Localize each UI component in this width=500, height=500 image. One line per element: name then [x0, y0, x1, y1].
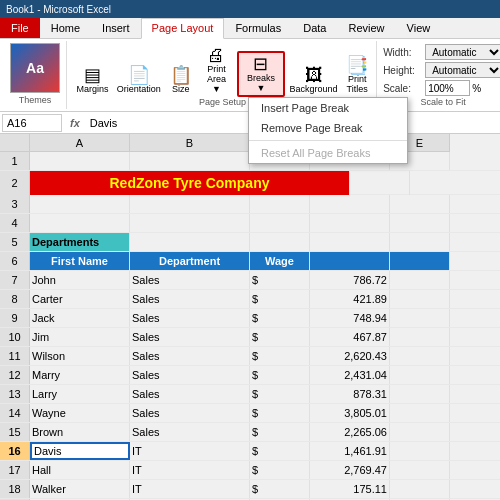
cell-a1[interactable]: [30, 152, 130, 170]
cell-b18[interactable]: IT: [130, 480, 250, 498]
cell-b1[interactable]: [130, 152, 250, 170]
cell-e3[interactable]: [390, 195, 450, 213]
cell-a6-header[interactable]: First Name: [30, 252, 130, 270]
cell-c16[interactable]: $: [250, 442, 310, 460]
tab-view[interactable]: View: [396, 18, 442, 38]
cell-a14[interactable]: Wayne: [30, 404, 130, 422]
cell-e4[interactable]: [390, 214, 450, 232]
cell-c6-header[interactable]: Wage: [250, 252, 310, 270]
cell-c3[interactable]: [250, 195, 310, 213]
print-area-button[interactable]: 🖨 PrintArea ▼: [198, 43, 236, 97]
size-button[interactable]: 📋 Size: [166, 63, 196, 97]
cell-b9[interactable]: Sales: [130, 309, 250, 327]
insert-page-break-item[interactable]: Insert Page Break: [249, 98, 407, 118]
cell-e2[interactable]: [350, 171, 410, 195]
cell-c8[interactable]: $: [250, 290, 310, 308]
cell-a4[interactable]: [30, 214, 130, 232]
cell-d18[interactable]: 175.11: [310, 480, 390, 498]
cell-c7[interactable]: $: [250, 271, 310, 289]
cell-d5[interactable]: [310, 233, 390, 251]
cell-e11[interactable]: [390, 347, 450, 365]
cell-a16-selected[interactable]: Davis: [30, 442, 130, 460]
cell-a11[interactable]: Wilson: [30, 347, 130, 365]
cell-b13[interactable]: Sales: [130, 385, 250, 403]
cell-d14[interactable]: 3,805.01: [310, 404, 390, 422]
remove-page-break-item[interactable]: Remove Page Break: [249, 118, 407, 138]
cell-b12[interactable]: Sales: [130, 366, 250, 384]
cell-c4[interactable]: [250, 214, 310, 232]
cell-b4[interactable]: [130, 214, 250, 232]
cell-e6-header[interactable]: [390, 252, 450, 270]
cell-e18[interactable]: [390, 480, 450, 498]
cell-a7[interactable]: John: [30, 271, 130, 289]
cell-c12[interactable]: $: [250, 366, 310, 384]
cell-d4[interactable]: [310, 214, 390, 232]
cell-e12[interactable]: [390, 366, 450, 384]
col-header-a[interactable]: A: [30, 134, 130, 152]
scale-input[interactable]: [425, 80, 470, 96]
background-button[interactable]: 🖼 Background: [287, 63, 340, 97]
cell-b7[interactable]: Sales: [130, 271, 250, 289]
cell-b10[interactable]: Sales: [130, 328, 250, 346]
cell-e14[interactable]: [390, 404, 450, 422]
tab-file[interactable]: File: [0, 18, 40, 38]
margins-button[interactable]: ▤ Margins: [73, 63, 112, 97]
width-select[interactable]: Automatic: [425, 44, 500, 60]
cell-c11[interactable]: $: [250, 347, 310, 365]
height-select[interactable]: Automatic: [425, 62, 500, 78]
cell-b8[interactable]: Sales: [130, 290, 250, 308]
cell-a9[interactable]: Jack: [30, 309, 130, 327]
cell-e9[interactable]: [390, 309, 450, 327]
cell-e15[interactable]: [390, 423, 450, 441]
cell-d6-header[interactable]: [310, 252, 390, 270]
tab-review[interactable]: Review: [337, 18, 395, 38]
cell-a18[interactable]: Walker: [30, 480, 130, 498]
cell-b3[interactable]: [130, 195, 250, 213]
cell-a10[interactable]: Jim: [30, 328, 130, 346]
cell-e8[interactable]: [390, 290, 450, 308]
cell-c5[interactable]: [250, 233, 310, 251]
cell-a13[interactable]: Larry: [30, 385, 130, 403]
cell-b14[interactable]: Sales: [130, 404, 250, 422]
cell-e16[interactable]: [390, 442, 450, 460]
cell-b6-header[interactable]: Department: [130, 252, 250, 270]
cell-a8[interactable]: Carter: [30, 290, 130, 308]
cell-d12[interactable]: 2,431.04: [310, 366, 390, 384]
cell-e5[interactable]: [390, 233, 450, 251]
orientation-button[interactable]: 📄 Orientation: [114, 63, 164, 97]
cell-b15[interactable]: Sales: [130, 423, 250, 441]
cell-a15[interactable]: Brown: [30, 423, 130, 441]
cell-d8[interactable]: 421.89: [310, 290, 390, 308]
tab-home[interactable]: Home: [40, 18, 91, 38]
cell-a3[interactable]: [30, 195, 130, 213]
cell-e10[interactable]: [390, 328, 450, 346]
cell-d11[interactable]: 2,620.43: [310, 347, 390, 365]
themes-button[interactable]: Aa: [10, 43, 60, 93]
cell-a2-title[interactable]: RedZone Tyre Company: [30, 171, 350, 195]
cell-c15[interactable]: $: [250, 423, 310, 441]
tab-page-layout[interactable]: Page Layout: [141, 18, 225, 39]
tab-insert[interactable]: Insert: [91, 18, 141, 38]
cell-reference-input[interactable]: [2, 114, 62, 132]
cell-a17[interactable]: Hall: [30, 461, 130, 479]
fx-button[interactable]: fx: [64, 115, 86, 131]
cell-c10[interactable]: $: [250, 328, 310, 346]
cell-c18[interactable]: $: [250, 480, 310, 498]
cell-c14[interactable]: $: [250, 404, 310, 422]
cell-e7[interactable]: [390, 271, 450, 289]
cell-d17[interactable]: 2,769.47: [310, 461, 390, 479]
cell-e13[interactable]: [390, 385, 450, 403]
cell-d10[interactable]: 467.87: [310, 328, 390, 346]
cell-b11[interactable]: Sales: [130, 347, 250, 365]
cell-d16[interactable]: 1,461.91: [310, 442, 390, 460]
breaks-button[interactable]: ⊟ Breaks ▼: [237, 51, 285, 97]
col-header-b[interactable]: B: [130, 134, 250, 152]
cell-a5-dept[interactable]: Departments: [30, 233, 130, 251]
print-titles-button[interactable]: 📑 PrintTitles: [342, 53, 372, 97]
cell-d3[interactable]: [310, 195, 390, 213]
cell-d9[interactable]: 748.94: [310, 309, 390, 327]
tab-formulas[interactable]: Formulas: [224, 18, 292, 38]
cell-b5[interactable]: [130, 233, 250, 251]
cell-c17[interactable]: $: [250, 461, 310, 479]
cell-e17[interactable]: [390, 461, 450, 479]
